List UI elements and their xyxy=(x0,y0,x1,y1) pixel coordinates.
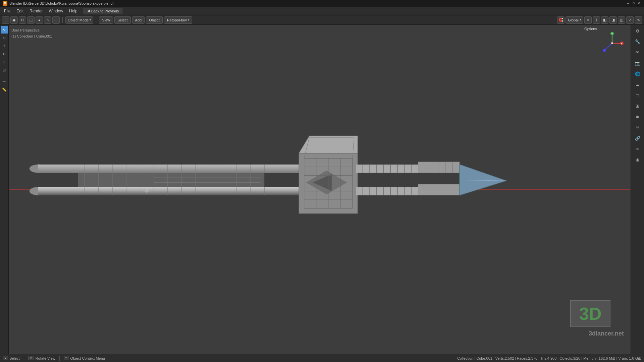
svg-text:Z: Z xyxy=(603,50,605,52)
transform-dropdown[interactable]: Global ▾ xyxy=(566,16,583,24)
back-to-previous-label: Back to Previous xyxy=(91,9,119,13)
sidebar-world-icon[interactable]: ☁ xyxy=(633,80,642,89)
svg-point-104 xyxy=(611,42,613,44)
window-title: Blender [D:\Server3D\Uchoba\KursTopora\S… xyxy=(9,1,114,5)
view-label: View xyxy=(102,18,110,22)
viewport-perspective: User Perspective xyxy=(11,27,52,34)
maximize-button[interactable]: □ xyxy=(631,1,636,6)
viewport-gizmo-icon[interactable]: ⊿ xyxy=(626,16,634,24)
sidebar-properties-icon[interactable]: ⚙ xyxy=(633,26,642,36)
toolbar-scene-icon[interactable]: ⊞ xyxy=(2,16,9,24)
menu-window[interactable]: Window xyxy=(46,8,66,14)
sidebar-physics-icon[interactable]: ⚛ xyxy=(633,123,642,132)
retopoflow-label: RetopoFlow xyxy=(167,18,187,22)
select-status-label: Select xyxy=(9,356,20,360)
object-label: Object xyxy=(149,18,160,22)
blender-icon: B xyxy=(3,1,7,6)
object-menu-btn[interactable]: Object xyxy=(146,16,163,24)
sidebar-scene-icon[interactable]: 🌐 xyxy=(633,69,642,78)
sidebar-particles-icon[interactable]: ∗ xyxy=(633,112,642,121)
toolbar: ⊞ ◉ ⊡ ⬚ ● ○ ◌ Object Mode ▾ View Select … xyxy=(0,15,644,25)
menu-edit[interactable]: Edit xyxy=(14,8,26,14)
sidebar-tool-icon[interactable]: 🔧 xyxy=(633,37,642,46)
snap-icon[interactable]: 🧲 xyxy=(557,16,565,24)
sidebar-object-icon[interactable]: ◻ xyxy=(633,90,642,100)
menu-file[interactable]: File xyxy=(1,8,13,14)
viewport-extra-icon[interactable]: ∿ xyxy=(635,16,642,24)
toolbar-mode-section: ⊞ ◉ ⊡ ⬚ ● ○ ◌ xyxy=(2,16,60,24)
status-rotate: ↺ Rotate View xyxy=(28,356,55,360)
proportional-icon[interactable]: ⊚ xyxy=(584,16,592,24)
separator-1 xyxy=(62,17,63,23)
object-mode-dropdown[interactable]: Object Mode ▾ xyxy=(65,16,93,24)
add-menu-btn[interactable]: Add xyxy=(132,16,145,24)
menu-help[interactable]: Help xyxy=(66,8,80,14)
svg-rect-52 xyxy=(304,158,353,208)
svg-rect-34 xyxy=(78,173,264,187)
options-button[interactable]: Options xyxy=(584,27,597,31)
select-menu-btn[interactable]: Select xyxy=(114,16,131,24)
svg-point-18 xyxy=(30,187,47,195)
viewport-3d[interactable]: User Perspective (1) Collection | Cube.0… xyxy=(9,25,631,354)
retopoflow-menu-btn[interactable]: RetopoFlow ▾ xyxy=(164,16,192,24)
svg-marker-51 xyxy=(299,136,358,153)
svg-rect-2 xyxy=(38,165,301,173)
minimize-button[interactable]: ─ xyxy=(626,1,631,6)
measure-tool-btn[interactable]: 📏 xyxy=(1,86,8,93)
overlay2-icon[interactable]: ◫ xyxy=(618,16,625,24)
close-button[interactable]: ✕ xyxy=(637,1,641,6)
sidebar-modifier-icon[interactable]: ⊞ xyxy=(633,101,642,111)
rotate-status-label: Rotate View xyxy=(36,356,55,360)
sidebar-render-icon[interactable]: 📷 xyxy=(633,58,642,68)
snapping-icon[interactable]: ⊹ xyxy=(593,16,600,24)
menu-render[interactable]: Render xyxy=(27,8,45,14)
stats-text: Collection | Cube.001 | Verts:2,502 | Fa… xyxy=(457,356,641,360)
crosshair-horizontal xyxy=(9,189,631,190)
select-key: ● xyxy=(3,356,8,360)
toolbar-wire-icon[interactable]: ○ xyxy=(44,16,51,24)
separator-2 xyxy=(96,17,96,23)
chevron-down-icon: ▾ xyxy=(90,18,91,21)
view-menu-btn[interactable]: View xyxy=(99,16,113,24)
scale-tool-btn[interactable]: ⤢ xyxy=(1,58,8,66)
svg-marker-90 xyxy=(460,165,506,195)
toolbar-shading-icon[interactable]: ◉ xyxy=(10,16,18,24)
move-tool-btn[interactable]: ✛ xyxy=(1,42,8,50)
toolbar-xray-icon[interactable]: ⬚ xyxy=(27,16,35,24)
sidebar-view-icon[interactable]: 👁 xyxy=(633,48,642,57)
toolbar-overlay-icon[interactable]: ⊡ xyxy=(19,16,26,24)
watermark-3d: 3D xyxy=(570,300,610,327)
object-mode-label: Object Mode xyxy=(68,18,89,22)
svg-rect-65 xyxy=(356,165,418,173)
sidebar-material-icon[interactable]: ◉ xyxy=(633,155,642,164)
transform-tool-btn[interactable]: ⊡ xyxy=(1,66,8,74)
viewport-collection: (1) Collection | Cube.001 xyxy=(11,34,52,40)
cursor-tool-btn[interactable]: ⊕ xyxy=(1,34,8,42)
annotate-tool-btn[interactable]: ✏ xyxy=(1,78,8,85)
sidebar-data-icon[interactable]: ≡ xyxy=(633,144,642,154)
retopoflow-chevron-icon: ▾ xyxy=(188,18,189,21)
back-to-previous-button[interactable]: ◀ Back to Previous xyxy=(84,8,123,14)
toolbar-render-icon[interactable]: ◌ xyxy=(52,16,60,24)
svg-marker-53 xyxy=(306,170,347,194)
select-tool-btn[interactable]: ↖ xyxy=(1,26,8,34)
svg-line-56 xyxy=(353,138,354,159)
sidebar-constraints-icon[interactable]: 🔗 xyxy=(633,133,642,143)
status-sep-2 xyxy=(59,356,60,361)
svg-rect-50 xyxy=(299,153,358,214)
status-select: ● Select xyxy=(3,356,20,360)
context-status-label: Object Context Menu xyxy=(70,356,105,360)
svg-line-55 xyxy=(304,138,309,159)
svg-point-1 xyxy=(30,165,47,173)
svg-text:Y: Y xyxy=(611,33,613,35)
toolbar-right-section: 🧲 Global ▾ ⊚ ⊹ ◧ ◨ ◫ ⊿ ∿ xyxy=(557,16,642,24)
svg-rect-66 xyxy=(356,187,418,195)
svg-rect-83 xyxy=(418,162,460,173)
toolbar-solid-icon[interactable]: ● xyxy=(36,16,43,24)
back-arrow-icon: ◀ xyxy=(87,9,90,13)
shading1-icon[interactable]: ◧ xyxy=(601,16,608,24)
shading2-icon[interactable]: ◨ xyxy=(609,16,617,24)
window-controls[interactable]: ─ □ ✕ xyxy=(626,1,641,6)
rotate-tool-btn[interactable]: ↻ xyxy=(1,50,8,58)
viewport-gizmo[interactable]: Y X Z xyxy=(600,32,624,55)
